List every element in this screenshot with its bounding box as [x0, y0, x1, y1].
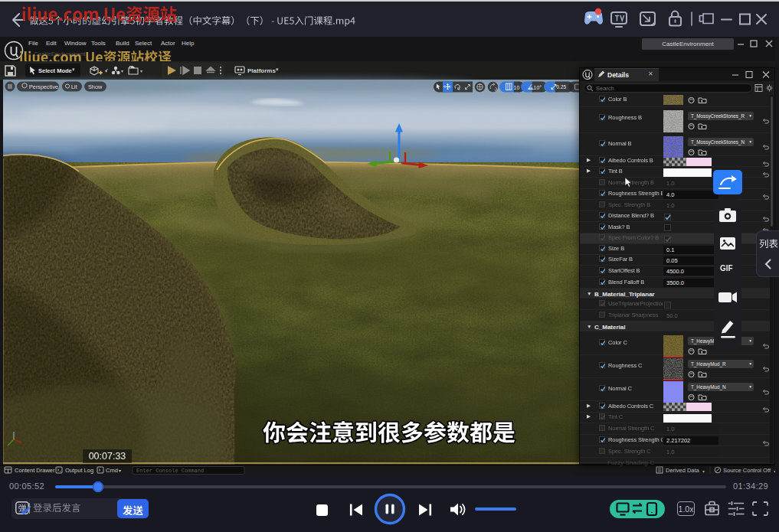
svg-text:0.25: 0.25 — [557, 84, 567, 90]
svg-text:▾: ▾ — [702, 469, 705, 474]
svg-text:Perspective: Perspective — [29, 83, 58, 90]
svg-text:Lit: Lit — [71, 83, 77, 90]
svg-text:10°: 10° — [534, 85, 542, 90]
svg-text:Cmd: Cmd — [106, 467, 118, 474]
svg-text:▾: ▾ — [121, 69, 123, 73]
svg-text:▾: ▾ — [105, 69, 107, 73]
svg-text:Derived Data: Derived Data — [666, 467, 700, 474]
svg-text:Content Drawer: Content Drawer — [15, 467, 55, 474]
svg-text:▾: ▾ — [140, 69, 142, 73]
svg-text:GIF: GIF — [720, 264, 733, 273]
svg-text:Show: Show — [88, 83, 103, 90]
svg-text:▾: ▾ — [119, 468, 121, 473]
svg-text:10: 10 — [514, 85, 520, 90]
svg-text:Enter Console Command: Enter Console Command — [136, 468, 204, 474]
svg-text:Source Control Off: Source Control Off — [723, 467, 771, 474]
svg-text:Output Log: Output Log — [65, 467, 93, 474]
